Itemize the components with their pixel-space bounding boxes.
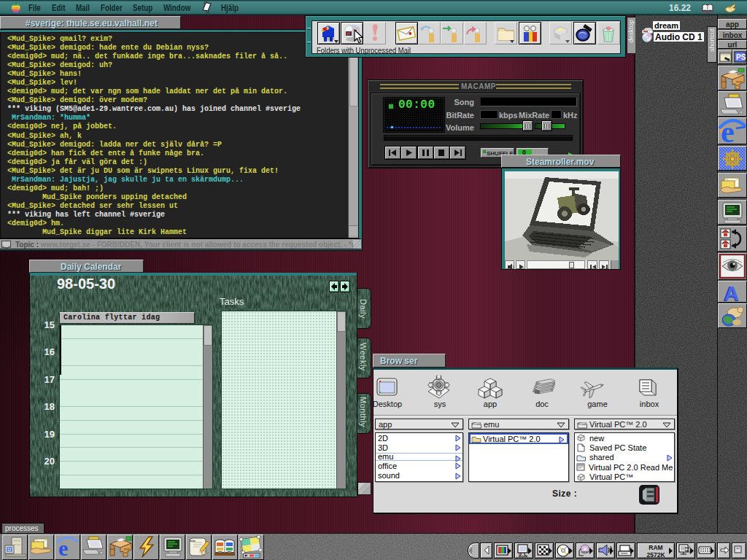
svg-text:A: A <box>724 282 739 302</box>
svg-text:PS: PS <box>736 53 746 61</box>
